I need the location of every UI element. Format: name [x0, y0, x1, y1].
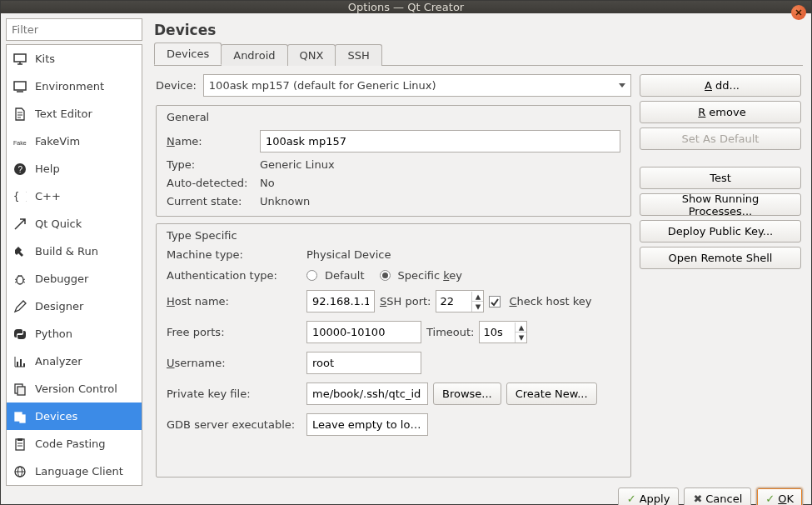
spin-down-icon[interactable]: ▾	[472, 302, 483, 312]
device-label: Device:	[156, 79, 197, 92]
gdb-label: GDB server executable:	[167, 418, 306, 431]
sidebar-item-buildrun[interactable]: Build & Run	[7, 238, 142, 265]
tab-ssh[interactable]: SSH	[335, 44, 381, 66]
tab-qnx[interactable]: QNX	[287, 44, 336, 66]
sidebar-item-help[interactable]: ?Help	[7, 155, 142, 182]
sidebar-item-label: C++	[35, 190, 61, 202]
typespecific-group: Type Specific Machine type: Physical Dev…	[156, 223, 631, 478]
createnew-button[interactable]: Create New...	[506, 382, 597, 405]
add-button[interactable]: Add...	[640, 74, 801, 97]
device-select[interactable]: 100ask mp157 (default for Generic Linux)	[203, 74, 631, 97]
svg-rect-5	[14, 82, 26, 90]
svg-rect-2	[14, 54, 26, 62]
auth-default-radio[interactable]	[306, 270, 317, 281]
sidebar-item-kits[interactable]: Kits	[7, 45, 142, 72]
timeout-input[interactable]	[480, 326, 515, 338]
close-icon[interactable]	[791, 5, 806, 20]
bottombar: ✓Apply ✖Cancel ✓OK	[1, 488, 811, 505]
svg-rect-27	[17, 387, 25, 395]
gdb-input[interactable]	[306, 413, 428, 436]
setdefault-button: Set As Default	[640, 128, 801, 150]
sidebar-item-devices[interactable]: Devices	[7, 402, 142, 430]
document-icon	[13, 108, 27, 121]
sidebar-item-label: FakeVim	[35, 135, 80, 148]
state-value: Unknown	[260, 195, 620, 208]
sidebar-item-languageclient[interactable]: Language Client	[7, 458, 142, 485]
sidebar-item-label: Devices	[35, 410, 77, 422]
remove-button[interactable]: Remove	[640, 101, 801, 123]
fakevim-icon: Fake	[13, 135, 27, 148]
sidebar-item-label: Text Editor	[35, 108, 92, 120]
spin-down-icon[interactable]: ▾	[516, 332, 526, 342]
timeout-spin[interactable]: ▴▾	[479, 321, 527, 343]
main-panel: Devices Devices Android QNX SSH Device: …	[146, 13, 811, 488]
auth-label: Authentication type:	[167, 269, 306, 282]
ok-button[interactable]: ✓OK	[756, 488, 803, 505]
svg-rect-29	[20, 415, 25, 422]
username-input[interactable]	[306, 352, 421, 374]
sidebar-item-python[interactable]: Python	[7, 320, 142, 348]
sidebar-item-cpp[interactable]: { }C++	[7, 182, 142, 210]
checkhost-checkbox[interactable]	[489, 296, 501, 308]
cancel-button[interactable]: ✖Cancel	[684, 488, 751, 505]
svg-text:Fake: Fake	[13, 140, 27, 146]
pencil-icon	[13, 300, 27, 313]
category-list[interactable]: Kits Environment Text Editor FakeFakeVim…	[6, 44, 142, 486]
sidebar-item-designer[interactable]: Designer	[7, 292, 142, 320]
sidebar-item-codepasting[interactable]: Code Pasting	[7, 430, 142, 458]
sidebar-item-analyzer[interactable]: Analyzer	[7, 348, 142, 375]
svg-line-18	[23, 282, 25, 282]
sidebar-item-qtquick[interactable]: Qt Quick	[7, 210, 142, 238]
sidebar-item-label: Help	[35, 162, 60, 175]
right-column: Add... Remove Set As Default Test Show R…	[640, 74, 801, 484]
sidebar-item-versioncontrol[interactable]: Version Control	[7, 375, 142, 402]
pkey-row: Browse... Create New...	[306, 382, 620, 405]
general-group: General Name: Type: Generic Linux Auto-d…	[156, 105, 631, 217]
remoteshell-button[interactable]: Open Remote Shell	[640, 247, 801, 269]
sshport-spin[interactable]: ▴▾	[436, 290, 484, 312]
left-column: Device: 100ask mp157 (default for Generi…	[156, 74, 631, 484]
name-input[interactable]	[260, 130, 620, 152]
deploykey-button[interactable]: Deploy Public Key...	[640, 220, 801, 242]
sidebar-item-label: Language Client	[35, 465, 123, 478]
svg-rect-31	[17, 438, 22, 441]
type-label: Type:	[167, 158, 260, 171]
svg-rect-25	[23, 363, 25, 367]
sidebar-item-label: Analyzer	[35, 355, 82, 368]
sidebar-item-environment[interactable]: Environment	[7, 72, 142, 100]
test-button[interactable]: Test	[640, 167, 801, 189]
showprocs-button[interactable]: Show Running Processes...	[640, 193, 801, 216]
tabbody: Device: 100ask mp157 (default for Generi…	[154, 66, 803, 484]
freeports-input[interactable]	[306, 321, 421, 343]
tab-android[interactable]: Android	[221, 44, 287, 66]
name-label: Name:	[167, 135, 260, 148]
check-icon: ✓	[627, 492, 636, 505]
sidebar-item-debugger[interactable]: Debugger	[7, 265, 142, 292]
machine-label: Machine type:	[167, 248, 306, 261]
browse-button[interactable]: Browse...	[433, 382, 501, 405]
hammer-icon	[13, 245, 27, 258]
sidebar-item-fakevim[interactable]: FakeFakeVim	[7, 128, 142, 155]
type-value: Generic Linux	[260, 158, 620, 171]
freeports-row: Timeout: ▴▾	[306, 321, 620, 343]
sidebar-item-label: Qt Quick	[35, 218, 82, 230]
sshport-input[interactable]	[436, 295, 471, 308]
tab-devices[interactable]: Devices	[154, 42, 222, 65]
typespecific-grid: Machine type: Physical Device Authentica…	[167, 248, 620, 436]
pkey-input[interactable]	[306, 382, 428, 405]
apply-button[interactable]: ✓Apply	[618, 488, 680, 505]
caret-down-icon	[619, 83, 625, 88]
host-input[interactable]	[306, 290, 375, 312]
body: Kits Environment Text Editor FakeFakeVim…	[1, 13, 811, 488]
sidebar-item-label: Version Control	[35, 382, 117, 395]
bug-icon	[13, 272, 27, 286]
sidebar-item-texteditor[interactable]: Text Editor	[7, 100, 142, 128]
filter-input[interactable]	[6, 18, 142, 41]
auth-specific-radio[interactable]	[380, 270, 391, 281]
monitor-icon	[13, 52, 27, 66]
options-window: Options — Qt Creator Kits Environment Te…	[0, 0, 812, 505]
device-icon	[13, 410, 27, 423]
svg-rect-24	[20, 359, 22, 367]
sshport-label: SSH port:	[380, 295, 431, 308]
versioncontrol-icon	[13, 382, 27, 396]
